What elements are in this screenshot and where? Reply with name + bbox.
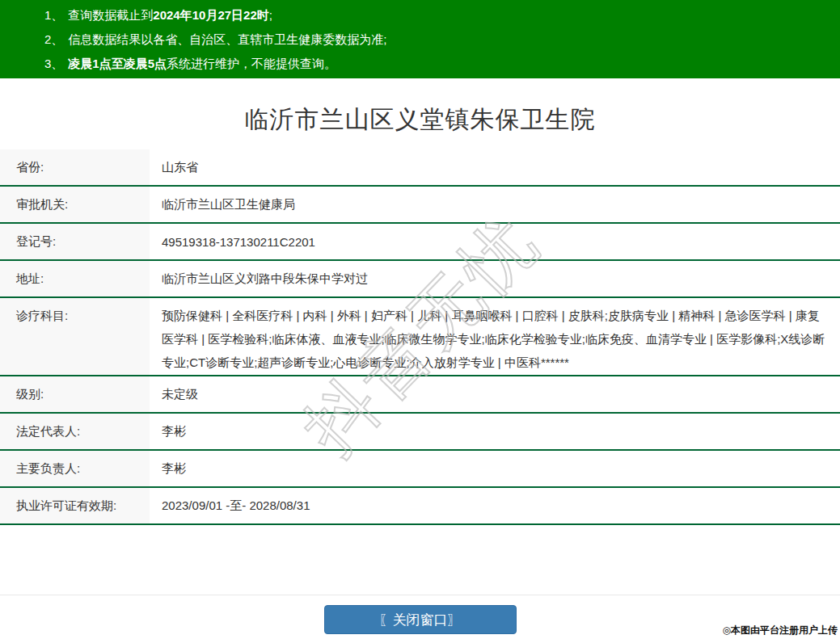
- notice-text-bold: 2024年10月27日22时: [153, 8, 268, 22]
- notice-text: 信息数据结果以各省、自治区、直辖市卫生健康委数据为准;: [68, 32, 386, 46]
- row-value: 2023/09/01 -至- 2028/08/31: [162, 488, 840, 523]
- row-label: 审批机关:: [0, 187, 150, 222]
- close-window-button[interactable]: 〖关闭窗口〗: [324, 605, 517, 634]
- table-row-license-validity: 执业许可证有效期: 2023/09/01 -至- 2028/08/31: [0, 488, 840, 525]
- row-value: 临沂市兰山区义刘路中段朱保中学对过: [162, 261, 840, 296]
- notice-text: 查询数据截止到: [68, 8, 153, 22]
- notice-number: 2、: [44, 32, 63, 46]
- table-row-legal-representative: 法定代表人: 李彬: [0, 414, 840, 451]
- row-label: 级别:: [0, 376, 150, 412]
- row-value: 李彬: [162, 414, 840, 449]
- table-row-principal: 主要负责人: 李彬: [0, 451, 840, 488]
- row-value: 李彬: [162, 451, 840, 486]
- row-value: 山东省: [162, 149, 840, 185]
- row-value: 49519318-137130211C2201: [162, 224, 840, 259]
- row-label: 省份:: [0, 149, 150, 185]
- notice-line-1: 1、查询数据截止到2024年10月27日22时;: [44, 3, 824, 27]
- row-value: 未定级: [162, 376, 840, 412]
- notice-text: 系统进行维护，不能提供查询。: [167, 57, 336, 70]
- notice-text: ;: [269, 8, 272, 22]
- table-row-address: 地址: 临沂市兰山区义刘路中段朱保中学对过: [0, 261, 840, 298]
- row-label: 执业许可证有效期:: [0, 488, 150, 523]
- table-row-level: 级别: 未定级: [0, 376, 840, 414]
- row-label: 主要负责人:: [0, 451, 150, 486]
- footer: 〖关闭窗口〗: [0, 605, 840, 634]
- notice-line-2: 2、信息数据结果以各省、自治区、直辖市卫生健康委数据为准;: [44, 27, 824, 52]
- notice-banner: 1、查询数据截止到2024年10月27日22时; 2、信息数据结果以各省、自治区…: [0, 0, 840, 78]
- notice-number: 1、: [44, 8, 63, 22]
- row-value: 预防保健科 | 全科医疗科 | 内科 | 外科 | 妇产科 | 儿科 | 耳鼻咽…: [162, 298, 840, 375]
- row-label: 诊疗科目:: [0, 298, 150, 375]
- row-label: 登记号:: [0, 224, 150, 259]
- table-row-approval-authority: 审批机关: 临沂市兰山区卫生健康局: [0, 187, 840, 224]
- notice-number: 3、: [44, 57, 63, 70]
- page-title: 临沂市兰山区义堂镇朱保卫生院: [0, 103, 840, 137]
- table-row-registration-number: 登记号: 49519318-137130211C2201: [0, 224, 840, 261]
- row-label: 地址:: [0, 261, 150, 296]
- info-table: 省份: 山东省 审批机关: 临沂市兰山区卫生健康局 登记号: 49519318-…: [0, 149, 840, 525]
- footer-divider: [0, 595, 840, 595]
- table-row-province: 省份: 山东省: [0, 149, 840, 187]
- copyright-note: ◎本图由平台注册用户上传: [723, 624, 838, 637]
- row-label: 法定代表人:: [0, 414, 150, 449]
- table-row-treatment-subjects: 诊疗科目: 预防保健科 | 全科医疗科 | 内科 | 外科 | 妇产科 | 儿科…: [0, 298, 840, 376]
- notice-line-3: 3、凌晨1点至凌晨5点系统进行维护，不能提供查询。: [44, 52, 824, 76]
- notice-text-bold: 凌晨1点至凌晨5点: [68, 57, 167, 70]
- row-value: 临沂市兰山区卫生健康局: [162, 187, 840, 222]
